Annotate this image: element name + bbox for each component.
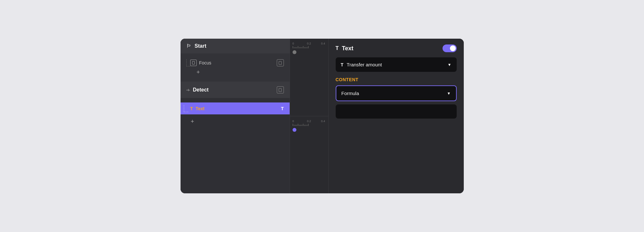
detect-title: Detect bbox=[193, 87, 273, 93]
tick bbox=[308, 124, 309, 126]
focus-tree-item[interactable]: Focus bbox=[186, 57, 284, 68]
tick bbox=[293, 46, 293, 48]
timeline-panel: 0 0.2 0.4 bbox=[290, 39, 329, 193]
tick bbox=[293, 124, 293, 126]
formula-dropdown-arrow: ▼ bbox=[447, 91, 451, 96]
dot-row-top bbox=[290, 48, 328, 56]
tick bbox=[298, 46, 298, 48]
content-label: Content bbox=[336, 77, 457, 82]
detect-crosshair-icon: -+· bbox=[186, 87, 190, 92]
ruler-label-02: 0.2 bbox=[298, 42, 321, 45]
ruler-b-label-02: 0.2 bbox=[298, 120, 321, 123]
start-title: Start bbox=[195, 43, 206, 49]
tick bbox=[303, 124, 303, 126]
tick bbox=[298, 124, 298, 126]
main-container: 🏳 Start Focus + bbox=[181, 39, 464, 193]
source-dropdown-label: Transfer amount bbox=[347, 62, 444, 67]
text-item-badge: T bbox=[281, 106, 284, 111]
formula-dropdown[interactable]: Formula ▼ bbox=[336, 85, 457, 101]
timeline-bottom: 0 0.2 0.4 bbox=[290, 116, 328, 194]
ticks-bottom bbox=[290, 123, 328, 126]
tree-line-detect bbox=[184, 105, 188, 112]
detect-section: -+· Detect T Text T + bbox=[181, 82, 290, 193]
detect-add-button[interactable]: + bbox=[191, 118, 194, 125]
toggle-knob bbox=[450, 45, 456, 51]
right-header: T Text bbox=[336, 44, 457, 52]
dot-row-bottom bbox=[290, 126, 328, 134]
right-panel: T Text T Transfer amount ▼ Content Formu… bbox=[329, 39, 464, 193]
focus-label: Focus bbox=[199, 60, 274, 65]
ruler-label-0: 0 bbox=[293, 42, 297, 45]
timeline-top: 0 0.2 0.4 bbox=[290, 39, 328, 116]
formula-input-box[interactable] bbox=[336, 104, 457, 119]
detect-header: -+· Detect bbox=[181, 82, 290, 98]
detect-add-row: + bbox=[181, 116, 290, 125]
focus-inner-box bbox=[192, 61, 195, 64]
start-header: 🏳 Start bbox=[181, 39, 290, 53]
focus-badge-inner bbox=[279, 61, 282, 65]
tick bbox=[303, 46, 303, 48]
left-panel: 🏳 Start Focus + bbox=[181, 39, 290, 193]
content-section: Content Formula ▼ bbox=[336, 77, 457, 119]
start-add-row: + bbox=[186, 68, 284, 77]
detect-badge bbox=[277, 86, 284, 93]
flag-icon: 🏳 bbox=[186, 43, 191, 49]
right-title-group: T Text bbox=[336, 45, 353, 52]
focus-icon bbox=[190, 60, 197, 66]
tick bbox=[308, 46, 309, 48]
text-item-label: Text bbox=[196, 106, 281, 111]
ruler-b-label-04: 0.4 bbox=[321, 120, 326, 123]
timeline-dot-purple bbox=[293, 128, 296, 132]
start-body: Focus + bbox=[181, 53, 290, 82]
source-dropdown-t-icon: T bbox=[341, 62, 344, 67]
start-section: 🏳 Start Focus + bbox=[181, 39, 290, 82]
ruler-bottom: 0 0.2 0.4 bbox=[290, 116, 328, 123]
tree-line bbox=[186, 59, 190, 66]
source-dropdown-arrow: ▼ bbox=[448, 63, 452, 67]
focus-badge bbox=[277, 59, 284, 66]
ruler-b-label-0: 0 bbox=[293, 120, 297, 123]
detect-badge-inner bbox=[279, 88, 282, 92]
start-add-button[interactable]: + bbox=[197, 69, 200, 76]
timeline-dot-gray bbox=[293, 50, 296, 54]
right-panel-title: Text bbox=[342, 45, 353, 52]
ticks-top bbox=[290, 46, 328, 48]
formula-dropdown-label: Formula bbox=[341, 91, 447, 96]
text-type-icon: T bbox=[190, 106, 193, 111]
toggle-switch[interactable] bbox=[443, 44, 457, 52]
ruler-top: 0 0.2 0.4 bbox=[290, 39, 328, 46]
text-item-row[interactable]: T Text T bbox=[181, 102, 290, 114]
right-title-t-icon: T bbox=[336, 45, 339, 51]
source-dropdown[interactable]: T Transfer amount ▼ bbox=[336, 57, 457, 72]
detect-icon: -+· bbox=[186, 87, 190, 92]
ruler-label-04: 0.4 bbox=[321, 42, 326, 45]
detect-body: T Text T + bbox=[181, 98, 290, 130]
